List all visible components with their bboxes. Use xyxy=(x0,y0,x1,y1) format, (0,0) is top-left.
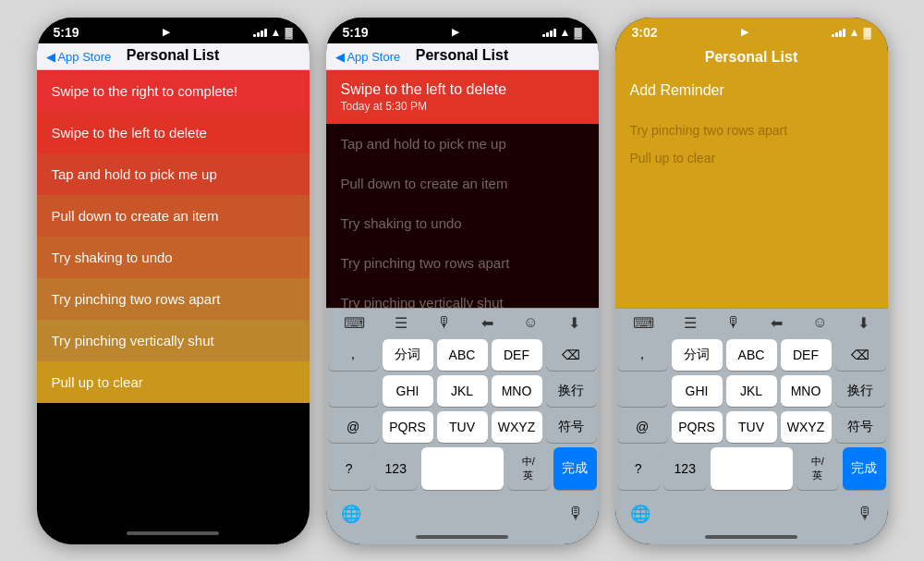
kb-icon-globe-3[interactable]: ⌨ xyxy=(633,314,654,332)
kb-key-tuv-3[interactable]: TUV xyxy=(726,411,777,443)
kb-key-ghi-2[interactable]: GHI xyxy=(383,375,433,407)
kb-key-sym-3[interactable]: 符号 xyxy=(835,411,886,443)
kb-key-empty-2[interactable] xyxy=(328,375,379,407)
kb-key-def-3[interactable]: DEF xyxy=(781,339,832,371)
home-indicator-1 xyxy=(127,531,219,535)
status-bar-1: 5:19 ▶ ▲ ▓ xyxy=(37,18,310,43)
kb-key-at-2[interactable]: @ xyxy=(328,411,379,443)
mic-icon-3[interactable]: 🎙 xyxy=(857,504,873,523)
kb-key-at-3[interactable]: @ xyxy=(617,411,668,443)
battery-icon-3: ▓ xyxy=(863,27,870,38)
swipe-delete-time: Today at 5:30 PM xyxy=(341,100,584,113)
kb-key-enter-2[interactable]: 换行 xyxy=(546,375,597,407)
list-item-1-1[interactable]: Swipe to the left to delete xyxy=(37,112,310,153)
kb-key-fen-2[interactable]: 分词 xyxy=(383,339,433,371)
back-link-1[interactable]: ◀ App Store xyxy=(46,49,112,63)
kb-key-space-2[interactable] xyxy=(421,447,504,490)
kb-icon-mic-3[interactable]: 🎙 xyxy=(726,314,741,331)
dim-item-2-4: Try pinching vertically shut xyxy=(326,283,599,308)
phone-1: 5:19 ▶ ▲ ▓ ◀ App Store Personal List Swi… xyxy=(37,18,310,544)
bottom-lang-bar-2: 🌐 🎙 xyxy=(326,498,599,531)
status-arrow-2: ▶ xyxy=(452,27,459,37)
kb-key-pqrs-2[interactable]: PQRS xyxy=(383,411,433,443)
keyboard-2: ， 分词 ABC DEF ⌫ GHI JKL MNO 换行 @ PQRS TUV… xyxy=(326,335,599,498)
kb-key-ghi-3[interactable]: GHI xyxy=(672,375,723,407)
kb-key-zh-3[interactable]: 中/英 xyxy=(796,447,840,490)
kb-key-comma-3[interactable]: ， xyxy=(617,339,668,371)
globe-icon-2[interactable]: 🌐 xyxy=(341,504,361,524)
kb-icon-emoji-2[interactable]: ☺ xyxy=(523,314,538,331)
nav-bar-3: Personal List xyxy=(615,43,888,71)
kb-row-2-1: GHI JKL MNO 换行 xyxy=(328,375,597,407)
wifi-icon-1: ▲ xyxy=(271,26,282,39)
kb-icon-list-3[interactable]: ☰ xyxy=(684,314,697,332)
list-item-1-3[interactable]: Pull down to create an item xyxy=(37,195,310,237)
kb-key-enter-3[interactable]: 换行 xyxy=(835,375,886,407)
kb-key-del-3[interactable]: ⌫ xyxy=(835,339,886,371)
list-item-1-5[interactable]: Try pinching two rows apart xyxy=(37,278,310,320)
kb-key-zh-2[interactable]: 中/英 xyxy=(507,447,551,490)
status-arrow-1: ▶ xyxy=(163,27,170,37)
status-bar-3: 3:02 ▶ ▲ ▓ xyxy=(615,18,888,43)
home-indicator-3 xyxy=(705,535,797,539)
phone-2: 5:19 ▶ ▲ ▓ ◀ App Store Personal List Swi… xyxy=(326,18,599,544)
wifi-icon-3: ▲ xyxy=(849,26,860,39)
kb-key-fen-3[interactable]: 分词 xyxy=(672,339,723,371)
swipe-delete-title: Swipe to the left to delete xyxy=(341,81,584,98)
kb-row-2-3: ? 123 中/英 完成 xyxy=(328,447,597,490)
dim-area-3: Try pinching two rows apart Pull up to c… xyxy=(615,110,888,308)
kb-icon-arrow-3[interactable]: ⬅ xyxy=(771,314,783,332)
kb-key-comma-2[interactable]: ， xyxy=(328,339,379,371)
kb-key-empty-3[interactable] xyxy=(617,375,668,407)
kb-icon-list-2[interactable]: ☰ xyxy=(395,314,407,332)
add-reminder-row[interactable]: Add Reminder xyxy=(615,71,888,110)
keyboard-3: ， 分词 ABC DEF ⌫ GHI JKL MNO 换行 @ PQRS TUV… xyxy=(615,335,888,498)
kb-row-2-0: ， 分词 ABC DEF ⌫ xyxy=(328,339,597,371)
kb-key-tuv-2[interactable]: TUV xyxy=(437,411,488,443)
battery-icon-2: ▓ xyxy=(574,27,581,38)
list-item-1-4[interactable]: Try shaking to undo xyxy=(37,237,310,278)
kb-key-mno-3[interactable]: MNO xyxy=(781,375,832,407)
kb-icon-down-3[interactable]: ⬇ xyxy=(857,314,869,332)
kb-key-def-2[interactable]: DEF xyxy=(492,339,542,371)
back-link-2[interactable]: ◀ App Store xyxy=(335,49,401,63)
time-3: 3:02 xyxy=(632,25,658,40)
kb-key-pqrs-3[interactable]: PQRS xyxy=(672,411,723,443)
battery-icon-1: ▓ xyxy=(285,27,292,38)
kb-key-done-3[interactable]: 完成 xyxy=(843,447,886,490)
kb-key-del-2[interactable]: ⌫ xyxy=(546,339,597,371)
kb-key-q-3[interactable]: ? xyxy=(617,447,661,490)
kb-key-abc-2[interactable]: ABC xyxy=(437,339,488,371)
kb-key-sym-2[interactable]: 符号 xyxy=(546,411,597,443)
kb-key-123-3[interactable]: 123 xyxy=(663,447,707,490)
kb-key-q-2[interactable]: ? xyxy=(328,447,371,490)
kb-icon-arrow-2[interactable]: ⬅ xyxy=(481,314,493,332)
dim-item-2-2: Try shaking to undo xyxy=(326,203,599,243)
kb-row-3-3: ? 123 中/英 完成 xyxy=(617,447,886,490)
list-item-1-6[interactable]: Try pinching vertically shut xyxy=(37,320,310,361)
kb-key-123-2[interactable]: 123 xyxy=(374,447,418,490)
home-indicator-2 xyxy=(416,535,508,539)
kb-icon-mic-2[interactable]: 🎙 xyxy=(437,314,452,331)
kb-key-jkl-2[interactable]: JKL xyxy=(437,375,488,407)
status-bar-2: 5:19 ▶ ▲ ▓ xyxy=(326,18,599,43)
globe-icon-3[interactable]: 🌐 xyxy=(630,504,650,524)
list-item-1-2[interactable]: Tap and hold to pick me up xyxy=(37,153,310,195)
status-icons-3: ▲ ▓ xyxy=(832,26,871,39)
kb-key-done-2[interactable]: 完成 xyxy=(553,447,597,490)
kb-icon-globe-2[interactable]: ⌨ xyxy=(344,314,365,332)
dim-item-2-0: Tap and hold to pick me up xyxy=(326,124,599,164)
signal-3 xyxy=(832,27,845,37)
swipe-delete-item[interactable]: Swipe to the left to delete Today at 5:3… xyxy=(326,70,599,124)
list-item-1-7[interactable]: Pull up to clear xyxy=(37,361,310,403)
kb-key-mno-2[interactable]: MNO xyxy=(492,375,542,407)
list-item-1-0[interactable]: Swipe to the right to complete! xyxy=(37,70,310,112)
kb-icon-down-2[interactable]: ⬇ xyxy=(568,314,580,332)
kb-key-wxyz-2[interactable]: WXYZ xyxy=(492,411,542,443)
kb-key-space-3[interactable] xyxy=(711,447,793,490)
mic-icon-2[interactable]: 🎙 xyxy=(567,504,584,523)
kb-icon-emoji-3[interactable]: ☺ xyxy=(812,314,827,331)
kb-key-jkl-3[interactable]: JKL xyxy=(726,375,777,407)
kb-key-abc-3[interactable]: ABC xyxy=(726,339,777,371)
kb-key-wxyz-3[interactable]: WXYZ xyxy=(781,411,832,443)
